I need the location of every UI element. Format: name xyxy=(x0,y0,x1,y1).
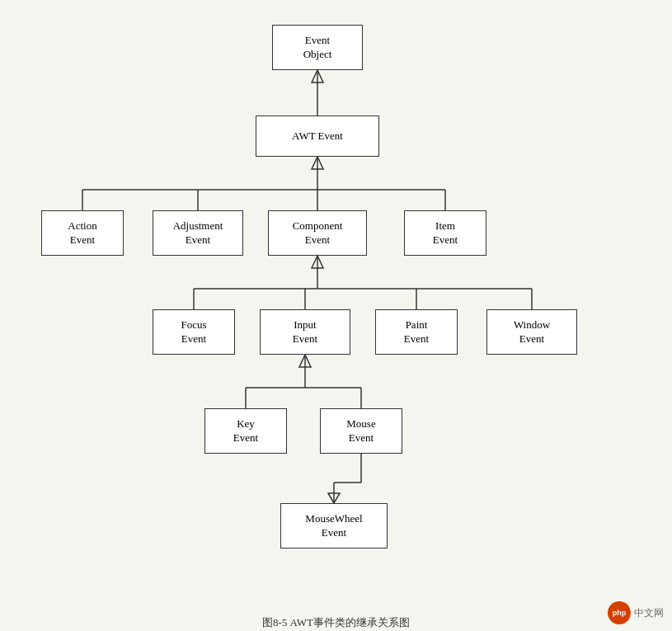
window-event-node: Window Event xyxy=(486,309,577,355)
diagram-container: Event Object AWT Event Action Event Adju… xyxy=(0,0,672,610)
mousewheel-event-node: MouseWheel Event xyxy=(280,503,388,549)
paint-event-node: Paint Event xyxy=(375,309,458,355)
action-event-node: Action Event xyxy=(41,210,124,256)
input-event-node: Input Event xyxy=(260,309,350,355)
svg-marker-17 xyxy=(299,355,311,367)
diagram-caption: 图8-5 AWT事件类的继承关系图 xyxy=(0,610,672,631)
svg-marker-1 xyxy=(312,70,323,82)
event-object-node: Event Object xyxy=(272,25,363,70)
mouse-event-node: Mouse Event xyxy=(320,408,402,454)
svg-marker-3 xyxy=(312,157,323,169)
adjustment-event-node: Adjustment Event xyxy=(153,210,243,256)
svg-marker-24 xyxy=(328,493,340,503)
awt-event-node: AWT Event xyxy=(256,115,379,157)
svg-marker-10 xyxy=(312,256,323,268)
item-event-node: Item Event xyxy=(404,210,486,256)
key-event-node: Key Event xyxy=(204,408,287,454)
php-badge: php 中文网 xyxy=(608,601,664,624)
component-event-node: Component Event xyxy=(268,210,367,256)
php-logo: php xyxy=(608,601,631,624)
site-label: 中文网 xyxy=(634,606,664,620)
focus-event-node: Focus Event xyxy=(153,309,235,355)
